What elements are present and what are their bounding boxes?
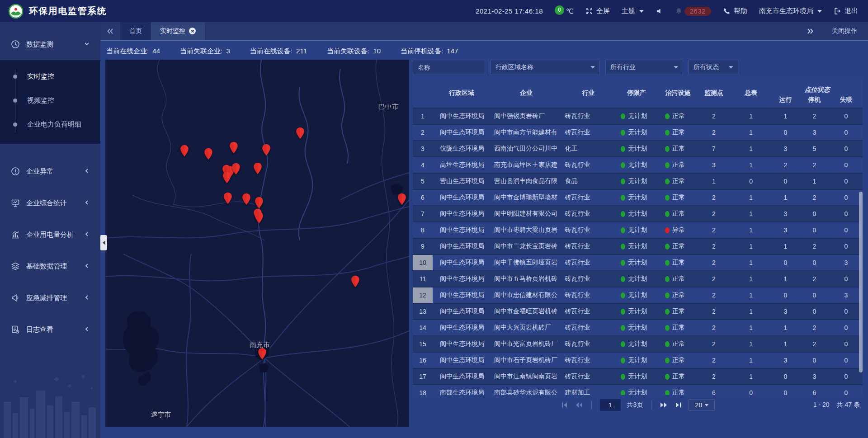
logout-button[interactable]: 退出	[834, 7, 858, 15]
map-pin-icon[interactable]	[204, 148, 213, 160]
prev-page-button[interactable]	[575, 401, 583, 409]
map-panel[interactable]: 巴中市南充市遂宁市	[105, 60, 409, 427]
sidebar-group-6[interactable]: 日志查看	[0, 314, 100, 345]
map-pin-icon[interactable]	[258, 348, 267, 360]
cell-facility: 正常	[659, 161, 697, 169]
table-row[interactable]: 7 阆中生态环境局 阆中明阳建材有限公司 砖瓦行业 无计划 正常 2 1 3 0…	[413, 205, 863, 221]
cell-stop: 0	[799, 259, 830, 266]
table-row[interactable]: 4 高坪生态环境局 南充市高坪区王家店建 砖瓦行业 无计划 正常 3 1 2 2…	[413, 156, 863, 173]
table-row[interactable]: 15 阆中生态环境局 阆中市光富页岩机砖厂 砖瓦行业 无计划 正常 2 1 1 …	[413, 335, 863, 352]
sidebar-group-1[interactable]: 企业异常	[0, 155, 100, 187]
map-pin-icon[interactable]	[224, 192, 232, 204]
table-scrollbar[interactable]	[859, 192, 863, 372]
sidebar-item-0-0[interactable]: 实时监控	[0, 65, 100, 89]
table-row[interactable]: 13 阆中生态环境局 阆中市金福旺页岩机砖 砖瓦行业 无计划 正常 2 1 3 …	[413, 303, 863, 319]
sidebar-item-0-1[interactable]: 视频监控	[0, 89, 100, 113]
table-row[interactable]: 1 阆中生态环境局 阆中强锐页岩砖厂 砖瓦行业 无计划 正常 2 1 1 2 0	[413, 108, 863, 124]
cell-industry: 砖瓦行业	[562, 210, 615, 218]
tabs-scroll-left-button[interactable]	[100, 22, 120, 40]
table-row[interactable]: 17 阆中生态环境局 阆中市江南镇阆南页岩 砖瓦行业 无计划 正常 2 1 0 …	[413, 368, 863, 384]
industry-filter-select[interactable]: 所有行业	[605, 60, 683, 75]
tab-label: 首页	[129, 27, 142, 35]
sidebar-group-5[interactable]: 应急减排管理	[0, 282, 100, 314]
cell-meters: 0	[730, 389, 771, 395]
status-dot-icon	[621, 113, 625, 119]
page-number-input[interactable]: 1	[600, 399, 621, 411]
sidebar-collapse-handle[interactable]	[100, 235, 107, 250]
tab-home[interactable]: 首页	[120, 22, 151, 40]
search-input[interactable]	[418, 64, 480, 71]
table-row[interactable]: 16 阆中生态环境局 阆中市石子页岩机砖厂 砖瓦行业 无计划 正常 2 1 3 …	[413, 352, 863, 368]
cell-lost: 0	[830, 275, 863, 283]
status-dot-icon	[665, 244, 670, 250]
table-row[interactable]: 11 阆中生态环境局 阆中市五马桥页岩机砖 砖瓦行业 无计划 正常 2 1 1 …	[413, 270, 863, 287]
status-filter-select[interactable]: 所有状态	[689, 60, 738, 75]
total-count-label: 共 47 条	[837, 401, 860, 409]
content-area: 当前在线企业: 44 当前失联企业: 3 当前在线设备: 211 当前失联设备:…	[100, 41, 868, 438]
cell-meters: 1	[730, 373, 771, 380]
map-pin-icon[interactable]	[351, 275, 360, 287]
page-size-select[interactable]: 20	[689, 399, 715, 411]
table-row[interactable]: 18 南部生态环境局 南部县砂华水泥有限公 建材加工 无计划 正常 6 0 0 …	[413, 384, 863, 395]
sidebar-item-0-2[interactable]: 企业电力负荷明细	[0, 113, 100, 137]
last-page-button[interactable]	[674, 401, 682, 409]
cell-points: 2	[697, 357, 730, 364]
close-operations-button[interactable]: 关闭操作	[832, 27, 857, 35]
org-dropdown[interactable]: 南充市生态环境局	[759, 7, 822, 15]
col-meters: 总表	[730, 79, 771, 108]
table-row[interactable]: 10 阆中生态环境局 阆中千佛镇五郎垭页岩 砖瓦行业 无计划 正常 2 1 0 …	[413, 254, 863, 270]
temperature: 0 ℃	[555, 7, 574, 15]
map-pin-icon[interactable]	[262, 144, 271, 156]
sidebar-submenu: 实时监控视频监控企业电力负荷明细	[0, 60, 100, 144]
region-filter-select[interactable]: 行政区域名称	[491, 60, 600, 75]
table-row[interactable]: 12 阆中生态环境局 阆中市忠信建材有限公 砖瓦行业 无计划 正常 2 1 0 …	[413, 287, 863, 303]
fullscreen-button[interactable]: 全屏	[585, 7, 610, 15]
table-row[interactable]: 5 营山生态环境局 营山县润丰肉食品有限 食品 无计划 正常 1 0 0 1 0	[413, 173, 863, 189]
status-dot-icon	[665, 146, 670, 152]
cell-lost: 0	[830, 308, 863, 315]
table-row[interactable]: 14 阆中生态环境局 阆中大兴页岩机砖厂 砖瓦行业 无计划 正常 2 1 1 2…	[413, 319, 863, 335]
first-page-button[interactable]	[561, 401, 569, 409]
map-pin-icon[interactable]	[253, 162, 262, 174]
map-pin-icon[interactable]	[242, 193, 250, 205]
notifications[interactable]: 2632	[675, 7, 711, 16]
close-icon[interactable]	[189, 28, 196, 34]
sound-toggle[interactable]	[656, 7, 663, 15]
tabs-scroll-right-button[interactable]	[800, 28, 820, 34]
map-pin-icon[interactable]	[229, 141, 238, 154]
cell-meters: 1	[730, 161, 771, 169]
cell-index: 3	[413, 141, 433, 156]
status-dot-icon	[621, 358, 625, 363]
top-header: 环保用电监管系统 2021-02-25 17:46:18 0 ℃ 全屏 主题	[0, 0, 868, 22]
sidebar-group-4[interactable]: 基础数据管理	[0, 250, 100, 282]
city-label: 遂宁市	[151, 410, 171, 419]
table-row[interactable]: 9 阆中生态环境局 阆中市二龙长宝页岩砖 砖瓦行业 无计划 正常 2 1 1 2…	[413, 238, 863, 254]
cell-limit: 无计划	[614, 242, 659, 250]
cell-index: 6	[413, 190, 433, 205]
map-pin-icon[interactable]	[231, 163, 240, 175]
table-row[interactable]: 6 阆中生态环境局 阆中市金博瑞新型墙材 砖瓦行业 无计划 正常 2 1 1 2…	[413, 189, 863, 205]
cell-run: 3	[772, 226, 799, 234]
theme-dropdown[interactable]: 主题	[622, 7, 644, 15]
tab-realtime-monitor[interactable]: 实时监控	[151, 22, 205, 40]
log-icon	[11, 325, 20, 334]
table-row[interactable]: 3 仪陇生态环境局 西南油气田分公司川中 化工 无计划 正常 7 1 3 5 0	[413, 140, 863, 156]
map-pin-icon[interactable]	[222, 171, 231, 184]
stat-value: 211	[296, 47, 307, 55]
next-page-button[interactable]	[660, 401, 668, 409]
sidebar-group-2[interactable]: 企业综合统计	[0, 187, 100, 219]
map-pin-icon[interactable]	[296, 127, 305, 139]
help-button[interactable]: 帮助	[723, 7, 747, 15]
map-pin-icon[interactable]	[397, 193, 406, 205]
cell-company: 阆中市光富页岩机砖厂	[491, 340, 562, 348]
map-pin-icon[interactable]	[255, 212, 264, 224]
name-filter-input[interactable]	[413, 60, 485, 75]
sidebar-group-0[interactable]: 数据监测	[0, 28, 100, 60]
map-pin-icon[interactable]	[180, 145, 189, 157]
sidebar-group-3[interactable]: 企业用电量分析	[0, 219, 100, 250]
table-row[interactable]: 2 阆中生态环境局 阆中市南方节能建材有 砖瓦行业 无计划 正常 2 1 0 3…	[413, 124, 863, 140]
table-row[interactable]: 8 阆中生态环境局 阆中市枣碧大梁山页岩 砖瓦行业 无计划 异常 2 1 3 0…	[413, 221, 863, 238]
cell-limit: 无计划	[614, 356, 659, 364]
map-pin-icon[interactable]	[255, 197, 264, 209]
status-dot-icon	[665, 179, 670, 184]
